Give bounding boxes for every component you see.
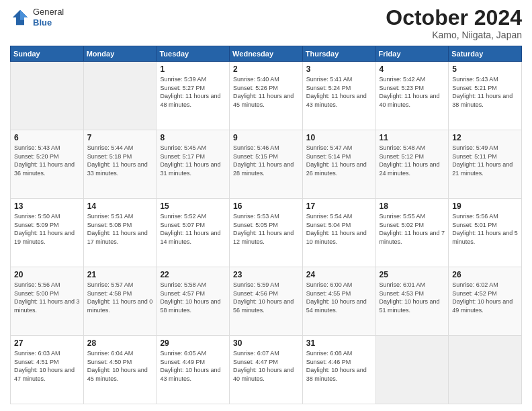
day-cell [449, 336, 522, 404]
day-cell: 4Sunrise: 5:42 AMSunset: 5:23 PMDaylight… [375, 62, 449, 130]
day-cell: 20Sunrise: 5:56 AMSunset: 5:00 PMDayligh… [11, 267, 84, 336]
day-number: 7 [87, 133, 153, 142]
day-cell: 7Sunrise: 5:44 AMSunset: 5:18 PMDaylight… [83, 130, 157, 199]
day-header-wednesday: Wednesday [230, 46, 303, 62]
day-header-thursday: Thursday [302, 46, 375, 62]
day-header-saturday: Saturday [449, 46, 522, 62]
day-info: Sunrise: 5:40 AMSunset: 5:26 PMDaylight:… [233, 75, 299, 109]
calendar-header: SundayMondayTuesdayWednesdayThursdayFrid… [11, 46, 522, 62]
calendar-table: SundayMondayTuesdayWednesdayThursdayFrid… [10, 46, 522, 404]
day-number: 26 [452, 270, 518, 279]
day-number: 19 [452, 201, 518, 211]
day-cell: 26Sunrise: 6:02 AMSunset: 4:52 PMDayligh… [449, 267, 522, 336]
day-number: 11 [380, 133, 445, 142]
day-cell: 9Sunrise: 5:46 AMSunset: 5:15 PMDaylight… [230, 130, 303, 199]
day-cell: 15Sunrise: 5:52 AMSunset: 5:07 PMDayligh… [157, 199, 230, 267]
day-cell: 12Sunrise: 5:49 AMSunset: 5:11 PMDayligh… [449, 130, 522, 199]
day-info: Sunrise: 5:59 AMSunset: 4:56 PMDaylight:… [233, 281, 299, 314]
day-number: 5 [452, 64, 518, 74]
day-cell: 22Sunrise: 5:58 AMSunset: 4:57 PMDayligh… [157, 267, 230, 336]
day-info: Sunrise: 6:08 AMSunset: 4:46 PMDaylight:… [306, 349, 372, 383]
day-number: 25 [380, 270, 445, 279]
day-cell [83, 62, 157, 130]
day-number: 9 [233, 133, 299, 142]
day-info: Sunrise: 5:44 AMSunset: 5:18 PMDaylight:… [87, 144, 153, 177]
day-cell: 19Sunrise: 5:56 AMSunset: 5:01 PMDayligh… [449, 199, 522, 267]
day-header-sunday: Sunday [11, 46, 84, 62]
logo-text: General Blue [33, 7, 64, 28]
day-info: Sunrise: 6:07 AMSunset: 4:47 PMDaylight:… [233, 349, 299, 383]
day-number: 18 [380, 201, 445, 211]
day-cell: 27Sunrise: 6:03 AMSunset: 4:51 PMDayligh… [11, 336, 84, 404]
day-number: 27 [14, 338, 80, 348]
day-cell: 18Sunrise: 5:55 AMSunset: 5:02 PMDayligh… [375, 199, 449, 267]
day-info: Sunrise: 6:04 AMSunset: 4:50 PMDaylight:… [87, 349, 153, 383]
day-cell: 11Sunrise: 5:48 AMSunset: 5:12 PMDayligh… [375, 130, 449, 199]
day-number: 1 [160, 64, 226, 74]
day-header-friday: Friday [375, 46, 449, 62]
day-info: Sunrise: 6:01 AMSunset: 4:53 PMDaylight:… [380, 281, 445, 314]
day-cell [11, 62, 84, 130]
day-info: Sunrise: 5:54 AMSunset: 5:04 PMDaylight:… [306, 212, 372, 246]
day-cell: 10Sunrise: 5:47 AMSunset: 5:14 PMDayligh… [302, 130, 375, 199]
day-number: 21 [87, 270, 153, 279]
day-info: Sunrise: 5:50 AMSunset: 5:09 PMDaylight:… [14, 212, 80, 246]
day-info: Sunrise: 5:56 AMSunset: 5:01 PMDaylight:… [452, 212, 518, 246]
day-info: Sunrise: 6:00 AMSunset: 4:55 PMDaylight:… [306, 281, 372, 314]
day-cell: 24Sunrise: 6:00 AMSunset: 4:55 PMDayligh… [302, 267, 375, 336]
day-info: Sunrise: 5:51 AMSunset: 5:08 PMDaylight:… [87, 212, 153, 246]
day-number: 16 [233, 201, 299, 211]
day-info: Sunrise: 5:43 AMSunset: 5:20 PMDaylight:… [14, 144, 80, 177]
day-cell: 1Sunrise: 5:39 AMSunset: 5:27 PMDaylight… [157, 62, 230, 130]
day-number: 6 [14, 133, 80, 142]
day-cell [375, 336, 449, 404]
svg-marker-1 [20, 9, 28, 19]
day-cell: 2Sunrise: 5:40 AMSunset: 5:26 PMDaylight… [230, 62, 303, 130]
day-cell: 17Sunrise: 5:54 AMSunset: 5:04 PMDayligh… [302, 199, 375, 267]
day-cell: 13Sunrise: 5:50 AMSunset: 5:09 PMDayligh… [11, 199, 84, 267]
day-number: 12 [452, 133, 518, 142]
day-number: 15 [160, 201, 226, 211]
day-number: 4 [380, 64, 445, 74]
page: General Blue October 2024 Kamo, Niigata,… [0, 0, 532, 411]
day-info: Sunrise: 5:56 AMSunset: 5:00 PMDaylight:… [14, 281, 80, 314]
day-cell: 14Sunrise: 5:51 AMSunset: 5:08 PMDayligh… [83, 199, 157, 267]
title-section: October 2024 Kamo, Niigata, Japan [386, 7, 522, 40]
day-number: 31 [306, 338, 372, 348]
header: General Blue October 2024 Kamo, Niigata,… [10, 7, 522, 40]
day-number: 10 [306, 133, 372, 142]
day-cell: 30Sunrise: 6:07 AMSunset: 4:47 PMDayligh… [230, 336, 303, 404]
day-info: Sunrise: 5:48 AMSunset: 5:12 PMDaylight:… [380, 144, 445, 177]
day-cell: 3Sunrise: 5:41 AMSunset: 5:24 PMDaylight… [302, 62, 375, 130]
day-info: Sunrise: 5:49 AMSunset: 5:11 PMDaylight:… [452, 144, 518, 177]
day-number: 30 [233, 338, 299, 348]
day-info: Sunrise: 5:55 AMSunset: 5:02 PMDaylight:… [380, 212, 445, 246]
day-cell: 16Sunrise: 5:53 AMSunset: 5:05 PMDayligh… [230, 199, 303, 267]
day-number: 2 [233, 64, 299, 74]
day-number: 13 [14, 201, 80, 211]
week-row: 1Sunrise: 5:39 AMSunset: 5:27 PMDaylight… [11, 62, 522, 130]
day-info: Sunrise: 5:47 AMSunset: 5:14 PMDaylight:… [306, 144, 372, 177]
day-info: Sunrise: 5:53 AMSunset: 5:05 PMDaylight:… [233, 212, 299, 246]
day-cell: 28Sunrise: 6:04 AMSunset: 4:50 PMDayligh… [83, 336, 157, 404]
day-cell: 21Sunrise: 5:57 AMSunset: 4:58 PMDayligh… [83, 267, 157, 336]
location: Kamo, Niigata, Japan [386, 30, 522, 40]
week-row: 6Sunrise: 5:43 AMSunset: 5:20 PMDaylight… [11, 130, 522, 199]
day-cell: 6Sunrise: 5:43 AMSunset: 5:20 PMDaylight… [11, 130, 84, 199]
day-cell: 29Sunrise: 6:05 AMSunset: 4:49 PMDayligh… [157, 336, 230, 404]
day-info: Sunrise: 5:43 AMSunset: 5:21 PMDaylight:… [452, 75, 518, 109]
month-title: October 2024 [386, 7, 522, 28]
day-cell: 23Sunrise: 5:59 AMSunset: 4:56 PMDayligh… [230, 267, 303, 336]
day-number: 8 [160, 133, 226, 142]
day-info: Sunrise: 5:46 AMSunset: 5:15 PMDaylight:… [233, 144, 299, 177]
day-number: 20 [14, 270, 80, 279]
day-number: 23 [233, 270, 299, 279]
week-row: 13Sunrise: 5:50 AMSunset: 5:09 PMDayligh… [11, 199, 522, 267]
calendar-body: 1Sunrise: 5:39 AMSunset: 5:27 PMDaylight… [11, 62, 522, 404]
logo-icon [10, 7, 30, 28]
day-info: Sunrise: 6:02 AMSunset: 4:52 PMDaylight:… [452, 281, 518, 314]
day-info: Sunrise: 5:52 AMSunset: 5:07 PMDaylight:… [160, 212, 226, 246]
week-row: 20Sunrise: 5:56 AMSunset: 5:00 PMDayligh… [11, 267, 522, 336]
day-number: 14 [87, 201, 153, 211]
day-header-monday: Monday [83, 46, 157, 62]
